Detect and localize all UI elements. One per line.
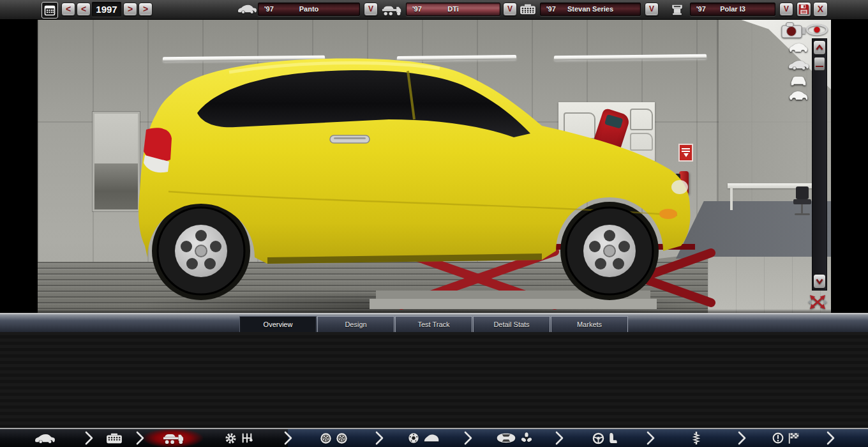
section-wheels[interactable] [288, 429, 379, 447]
selector-field-panto[interactable]: '97Panto [258, 3, 360, 16]
shifter-icon [241, 432, 253, 444]
selector-dropdown-button[interactable]: V [364, 3, 378, 16]
garage-viewport[interactable] [38, 19, 831, 313]
engine-family-icon [520, 4, 536, 15]
selector-field-polar-i3[interactable]: '97Polar I3 [690, 3, 775, 16]
car-top-icon [495, 432, 517, 444]
wheel-icon [320, 432, 332, 444]
car-front-button[interactable] [784, 73, 812, 89]
year-forward-button[interactable]: > [123, 3, 137, 16]
car-side-icon [34, 433, 55, 444]
selector-name: DTi [407, 3, 500, 15]
year-back-fast-button[interactable]: < [61, 3, 75, 16]
engine-grille-icon [106, 433, 123, 444]
selector-dropdown-button[interactable]: V [503, 3, 517, 16]
section-end-spacer [830, 429, 868, 447]
section-brakes-body[interactable] [379, 429, 468, 447]
trim-icon-group[interactable] [163, 432, 184, 445]
chevron-right-icon [464, 431, 472, 447]
selector-dropdown-button[interactable]: V [645, 3, 659, 16]
section-testing[interactable] [742, 429, 830, 447]
car-side-button[interactable] [784, 57, 812, 73]
section-suspension[interactable] [650, 429, 742, 447]
top-bar: < < 1997 > > '97PantoV'97DTiV'97Stevan S… [0, 0, 868, 20]
calendar-icon [44, 4, 56, 16]
selector-field-stevan-series[interactable]: '97Stevan Series [540, 3, 641, 16]
warning-icon [772, 432, 784, 444]
chevron-right-icon [375, 431, 384, 447]
interior-icon-group[interactable] [592, 432, 617, 444]
chevron-right-icon [136, 431, 144, 447]
fan-icon [521, 432, 532, 444]
body-shell-icon [423, 433, 440, 443]
year-display: 1997 [92, 2, 121, 17]
engine-variant-icon [671, 4, 684, 16]
year-forward-fast-button[interactable]: > [138, 3, 153, 16]
floppy-save-icon [798, 4, 809, 15]
section-car-body[interactable] [0, 429, 89, 447]
camera-button[interactable] [781, 21, 807, 39]
car-model-icon [237, 4, 257, 14]
chevron-right-icon [85, 431, 93, 447]
shock-absorber-icon [692, 432, 700, 444]
view-mode-button[interactable] [805, 24, 828, 36]
chevron-right-icon [647, 431, 655, 447]
garage-window [93, 112, 140, 211]
chevron-right-icon [827, 431, 835, 447]
chevron-right-icon [555, 431, 564, 447]
selector-name: Stevan Series [541, 3, 640, 15]
seat-icon [608, 432, 617, 444]
tab-test-track[interactable]: Test Track [395, 316, 472, 332]
car-rear34-icon [788, 89, 809, 102]
engine-icon-group[interactable] [106, 433, 123, 444]
scroll-up-button[interactable] [813, 40, 826, 55]
gear-icon [225, 432, 237, 444]
steering-wheel-icon [592, 432, 604, 444]
chevron-right-icon [738, 431, 746, 447]
chevron-down-icon [816, 278, 823, 284]
car-side-icon [788, 59, 809, 70]
tab-strip: OverviewDesignTest TrackDetail StatsMark… [0, 313, 868, 332]
designer-section-bar [0, 428, 868, 447]
suspension-icon-group[interactable] [692, 432, 700, 444]
section-aerodynamics[interactable] [468, 429, 559, 447]
automation-car-designer: < < 1997 > > '97PantoV'97DTiV'97Stevan S… [0, 0, 868, 447]
scrollbar-thumb[interactable] [814, 57, 825, 71]
section-engine[interactable] [89, 429, 140, 447]
selector-name: Panto [258, 3, 359, 15]
scroll-down-button[interactable] [813, 274, 826, 289]
car-front34-icon [788, 42, 809, 54]
checkered-flag-icon [788, 432, 800, 444]
eye-icon [805, 24, 828, 36]
year-back-button[interactable]: < [77, 3, 91, 16]
selector-dropdown-button[interactable]: V [779, 3, 793, 16]
drivetrain-icon-group[interactable] [225, 432, 253, 444]
selector-field-dti[interactable]: '97DTi [406, 3, 500, 16]
aerodynamics-icon-group[interactable] [495, 432, 532, 444]
save-button[interactable] [797, 2, 811, 17]
camera-icon [781, 21, 807, 39]
car-front34-button[interactable] [784, 40, 812, 56]
chevron-right-icon [284, 431, 292, 447]
brake-disc-icon [408, 432, 419, 444]
wheels-icon-group[interactable] [320, 432, 348, 444]
chevron-up-icon [816, 45, 823, 50]
car-body-icon-group[interactable] [34, 433, 55, 444]
tab-design[interactable]: Design [317, 316, 394, 332]
close-button[interactable]: X [813, 2, 828, 17]
viewport-scrollbar[interactable] [812, 38, 827, 291]
car-render[interactable] [133, 54, 708, 312]
stats-panel: < Panto - DTi Drivability: 63.9 (63.9)Sp… [0, 332, 868, 429]
section-trim-drivetrain[interactable] [140, 429, 288, 447]
calendar-button[interactable] [41, 2, 58, 19]
tab-overview[interactable]: Overview [239, 316, 317, 332]
selector-name: Polar I3 [691, 3, 775, 15]
tab-markets[interactable]: Markets [551, 316, 628, 332]
section-interior[interactable] [559, 429, 650, 447]
car-trim-icon [382, 4, 402, 17]
brakes-body-icon-group[interactable] [408, 432, 440, 444]
car-rear34-button[interactable] [784, 87, 812, 103]
tab-detail-stats[interactable]: Detail Stats [473, 316, 550, 332]
testing-icon-group[interactable] [772, 432, 800, 444]
car-front-icon [788, 75, 809, 87]
